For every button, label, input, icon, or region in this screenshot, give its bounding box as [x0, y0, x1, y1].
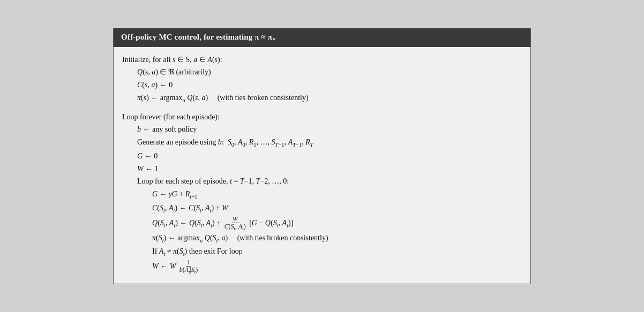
loop-step-label-line: Loop for each step of episode, t = T−1, … [122, 175, 522, 188]
generate-episode-line: Generate an episode using b: S0, A0, R1,… [122, 136, 522, 150]
algorithm-box: Off-policy MC control, for estimating π … [113, 28, 531, 285]
w-init-line: W ← 1 [122, 163, 522, 176]
b-assign-line: b ← any soft policy [122, 123, 522, 136]
g-init-line: G ← 0 [122, 150, 522, 163]
q-update-line: Q(St, At) ← Q(St, At) + W C(St, At) [G −… [122, 216, 522, 232]
algorithm-body: Initialize, for all s ∈ S, a ∈ A(s): Q(s… [114, 47, 530, 284]
init-line: Initialize, for all s ∈ S, a ∈ A(s): [122, 54, 522, 66]
algorithm-header: Off-policy MC control, for estimating π … [114, 28, 530, 47]
q-init-line: Q(s, a) ∈ ℜ (arbitrarily) [122, 66, 522, 79]
w-update-line: W ← W 1 b(At|St) [122, 259, 522, 275]
header-title: Off-policy MC control, for estimating π … [121, 33, 275, 41]
pi-init-line: π(s) ← argmaxa Q(s, a) (with ties broken… [122, 92, 522, 105]
loop-forever-line: Loop forever (for each episode): [122, 111, 522, 124]
if-exit-line: If At ≠ π(St) then exit For loop [122, 245, 522, 259]
g-update-line: G ← γG + Rt+1 [122, 188, 522, 202]
pi-update-line: π(St) ← argmaxa Q(St, a) (with ties brok… [122, 232, 522, 246]
c-init-line: C(s, a) ← 0 [122, 79, 522, 92]
c-update-line: C(St, At) ← C(St, At) + W [122, 202, 522, 216]
